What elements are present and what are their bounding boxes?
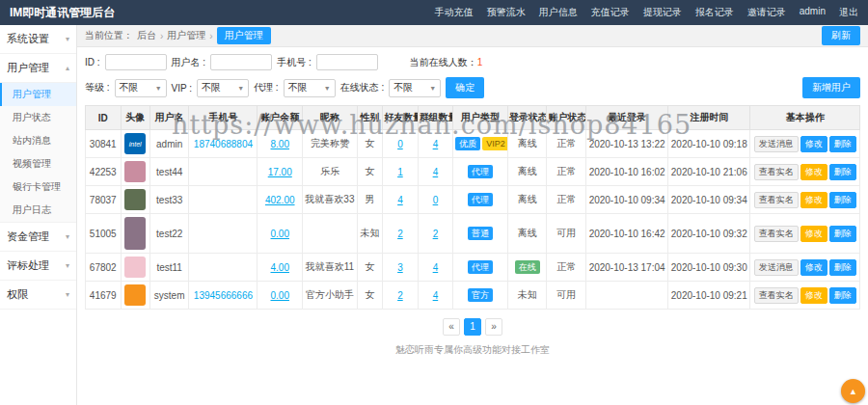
- column-header[interactable]: 好友数量: [383, 106, 419, 130]
- sidebar-item-5[interactable]: 用户日志: [0, 199, 76, 222]
- sidebar-group-2[interactable]: 资金管理▾: [0, 223, 76, 252]
- delete-button[interactable]: 删除: [829, 287, 856, 304]
- edit-button[interactable]: 修改: [800, 136, 827, 152]
- column-header[interactable]: 注册时间: [668, 106, 750, 130]
- cell-group-count[interactable]: 2: [418, 214, 453, 254]
- column-header[interactable]: 用户类型: [453, 106, 508, 130]
- delete-button[interactable]: 删除: [829, 259, 856, 276]
- cell-id: 42253: [86, 158, 122, 186]
- sidebar-item-1[interactable]: 用户状态: [0, 106, 76, 129]
- cell-phone[interactable]: 18740688804: [189, 130, 258, 158]
- topbar-menu-item[interactable]: 退出: [839, 6, 858, 19]
- cell-group-count[interactable]: 0: [418, 186, 453, 214]
- cell-balance[interactable]: 0.00: [258, 282, 303, 310]
- sidebar-item-4[interactable]: 银行卡管理: [0, 176, 76, 199]
- topbar-menu-item[interactable]: 邀请记录: [747, 6, 786, 19]
- chevron-up-icon: ▴: [66, 64, 69, 72]
- topbar-menu-item[interactable]: 报名记录: [695, 6, 734, 19]
- cell-group-count[interactable]: 4: [418, 254, 453, 282]
- column-header[interactable]: 账户状态: [547, 106, 586, 130]
- add-user-button[interactable]: 新增用户: [802, 77, 860, 98]
- agent-select[interactable]: 不限 ▼: [284, 79, 336, 97]
- column-header[interactable]: 群组数量: [418, 106, 453, 130]
- column-header[interactable]: 头像: [121, 106, 149, 130]
- cell-friend-count[interactable]: 2: [383, 214, 419, 254]
- online-status-select-value: 不限: [393, 81, 413, 94]
- cell-balance[interactable]: 0.00: [258, 214, 303, 254]
- topbar: IM即时通讯管理后台 手动充值预警流水用户信息充值记录提现记录报名记录邀请记录a…: [0, 0, 868, 25]
- delete-button[interactable]: 删除: [829, 192, 856, 208]
- topbar-menu-item[interactable]: 提现记录: [643, 6, 682, 19]
- user-type-badge: 代理: [468, 260, 493, 274]
- cell-friend-count[interactable]: 3: [383, 254, 419, 282]
- message-button[interactable]: 查看实名: [754, 192, 799, 208]
- avatar: [124, 161, 146, 182]
- edit-button[interactable]: 修改: [800, 164, 827, 180]
- username-input[interactable]: [210, 54, 272, 70]
- next-page-button[interactable]: »: [485, 318, 502, 336]
- cell-friend-count[interactable]: 0: [383, 130, 419, 158]
- cell-user-type: 代理: [453, 158, 508, 186]
- delete-button[interactable]: 删除: [829, 136, 856, 152]
- sidebar-item-2[interactable]: 站内消息: [0, 129, 76, 152]
- topbar-menu-item[interactable]: 用户信息: [539, 6, 578, 19]
- edit-button[interactable]: 修改: [800, 226, 827, 242]
- topbar-menu-item[interactable]: 手动充值: [435, 6, 474, 19]
- refresh-button[interactable]: 刷新: [822, 26, 860, 45]
- sidebar-item-3[interactable]: 视频管理: [0, 152, 76, 176]
- cell-group-count[interactable]: 4: [418, 158, 453, 186]
- column-header[interactable]: 用户名: [149, 106, 189, 130]
- sidebar-group-0[interactable]: 系统设置▾: [0, 25, 76, 54]
- vip-select[interactable]: 不限 ▼: [197, 79, 249, 97]
- cell-group-count[interactable]: 4: [418, 130, 453, 158]
- edit-button[interactable]: 修改: [800, 287, 827, 304]
- column-header[interactable]: 登录状态: [507, 106, 547, 130]
- cell-user-type: 优质VIP2: [453, 130, 508, 158]
- id-input[interactable]: [105, 54, 167, 70]
- message-button[interactable]: 查看实名: [754, 226, 799, 242]
- sidebar-group-1[interactable]: 用户管理▴: [0, 54, 76, 83]
- cell-phone[interactable]: 13945666666: [189, 282, 258, 310]
- topbar-menu-item[interactable]: admin: [800, 6, 826, 19]
- breadcrumb-item-users[interactable]: 用户管理: [167, 29, 205, 42]
- cell-balance[interactable]: 8.00: [258, 130, 303, 158]
- sidebar-group-3[interactable]: 评标处理▾: [0, 252, 76, 281]
- cell-friend-count[interactable]: 2: [383, 282, 419, 310]
- cell-group-count[interactable]: 4: [418, 282, 453, 310]
- breadcrumb-item-current[interactable]: 用户管理: [217, 27, 271, 44]
- column-header[interactable]: 最近登录: [586, 106, 668, 130]
- delete-button[interactable]: 删除: [829, 164, 856, 180]
- prev-page-button[interactable]: «: [443, 318, 460, 336]
- edit-button[interactable]: 修改: [800, 259, 827, 276]
- cell-balance[interactable]: 402.00: [258, 186, 303, 214]
- cell-balance[interactable]: 4.00: [258, 254, 303, 282]
- message-button[interactable]: 发送消息: [754, 136, 799, 152]
- column-header[interactable]: 手机号: [189, 106, 258, 130]
- back-to-top-button[interactable]: ▲: [841, 379, 865, 403]
- column-header[interactable]: ID: [86, 106, 122, 130]
- sidebar-item-0[interactable]: 用户管理: [0, 83, 76, 106]
- topbar-menu-item[interactable]: 预警流水: [487, 6, 526, 19]
- message-button[interactable]: 发送消息: [754, 259, 799, 276]
- sidebar-group-4[interactable]: 权限▾: [0, 281, 76, 310]
- cell-balance[interactable]: 17.00: [258, 158, 303, 186]
- cell-actions: 发送消息修改删除: [750, 254, 860, 282]
- cell-friend-count[interactable]: 4: [383, 186, 419, 214]
- column-header[interactable]: 性别: [357, 106, 382, 130]
- edit-button[interactable]: 修改: [800, 192, 827, 208]
- page-button-1[interactable]: 1: [464, 318, 481, 336]
- column-header[interactable]: 账户余额: [258, 106, 303, 130]
- submit-button[interactable]: 确定: [446, 77, 484, 98]
- message-button[interactable]: 查看实名: [754, 287, 799, 304]
- column-header[interactable]: 昵称: [303, 106, 358, 130]
- message-button[interactable]: 查看实名: [754, 164, 799, 180]
- breadcrumb-item-home[interactable]: 后台: [137, 29, 156, 42]
- phone-input[interactable]: [316, 54, 378, 70]
- cell-id: 67802: [86, 254, 122, 282]
- cell-friend-count[interactable]: 1: [383, 158, 419, 186]
- online-status-select[interactable]: 不限 ▼: [389, 79, 441, 97]
- level-select[interactable]: 不限 ▼: [115, 79, 167, 97]
- topbar-menu-item[interactable]: 充值记录: [591, 6, 630, 19]
- delete-button[interactable]: 删除: [829, 226, 856, 242]
- column-header[interactable]: 基本操作: [750, 106, 860, 130]
